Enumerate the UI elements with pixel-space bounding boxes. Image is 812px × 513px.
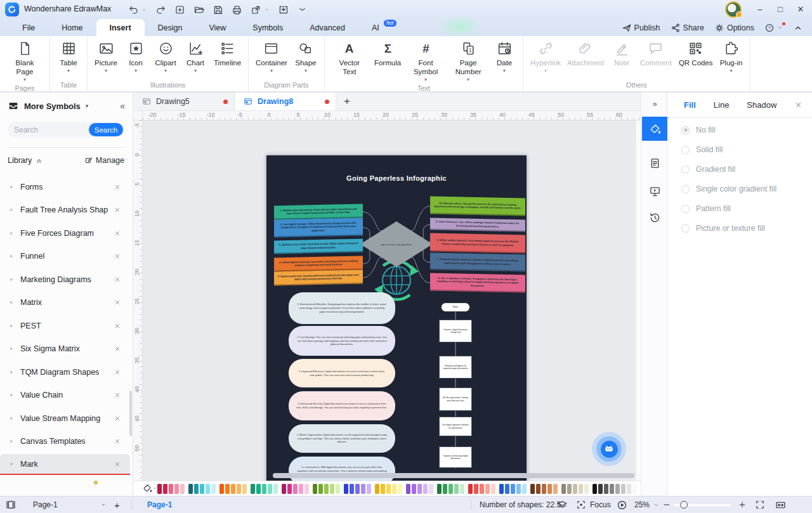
color-swatch[interactable] <box>231 484 235 494</box>
search-input[interactable] <box>8 126 84 134</box>
color-swatch[interactable] <box>499 484 504 494</box>
page-selector[interactable]: Page-1 <box>33 497 58 513</box>
search-button[interactable]: Search <box>89 123 123 136</box>
mark-symbol-thumb[interactable] <box>94 481 98 484</box>
color-swatch[interactable] <box>324 484 329 494</box>
tri-right-icon[interactable] <box>8 392 15 398</box>
color-swatch[interactable] <box>225 484 230 494</box>
avatar[interactable] <box>725 1 742 18</box>
tri-right-icon[interactable] <box>8 438 15 445</box>
ribbon-button-qr-codes[interactable]: QR Codes <box>676 39 716 68</box>
save-button[interactable] <box>211 3 224 16</box>
tri-right-icon[interactable] <box>8 323 15 329</box>
tri-right-icon[interactable] <box>8 253 15 259</box>
remove-library-icon[interactable] <box>114 230 121 237</box>
color-swatch[interactable] <box>293 484 298 494</box>
ribbon-button-blank-page[interactable]: Blank Page▾ <box>4 39 46 82</box>
menu-ai[interactable]: AIhot <box>358 19 393 36</box>
color-swatch[interactable] <box>460 484 464 494</box>
ribbon-button-timeline[interactable]: Timeline <box>211 39 244 68</box>
radio-single-color-gradient-fill[interactable] <box>681 185 690 193</box>
library-item-forms[interactable]: Forms <box>0 176 130 197</box>
canvas-horizontal-scrollbar[interactable] <box>273 473 634 478</box>
option-gradient-fill[interactable]: Gradient fill <box>681 165 735 174</box>
color-swatch[interactable] <box>417 484 422 494</box>
ribbon-button-font-symbol[interactable]: #Font Symbol▾ <box>405 39 447 82</box>
menu-advanced[interactable]: Advanced <box>296 19 358 36</box>
library-item-matrix[interactable]: Matrix <box>0 292 130 313</box>
library-item-canvas-templates[interactable]: Canvas Templates <box>0 431 130 452</box>
tri-right-icon[interactable] <box>8 230 15 237</box>
color-swatch[interactable] <box>304 484 309 494</box>
color-swatch[interactable] <box>406 484 410 494</box>
color-swatch[interactable] <box>188 484 193 494</box>
sidebar-scrollbar[interactable] <box>129 391 132 436</box>
menu-share-button[interactable]: Share <box>671 23 704 33</box>
color-swatch[interactable] <box>474 484 478 494</box>
option-single-color-gradient-fill[interactable]: Single color gradient fill <box>681 185 776 193</box>
chevron-up-button[interactable] <box>793 23 803 33</box>
color-swatch[interactable] <box>542 484 546 494</box>
color-swatch[interactable] <box>367 484 371 494</box>
layers-button[interactable] <box>557 497 568 513</box>
remove-library-icon[interactable] <box>114 368 121 376</box>
expand-panel-icon[interactable]: » <box>641 99 668 108</box>
color-swatch[interactable] <box>632 484 637 494</box>
tri-right-icon[interactable] <box>8 299 15 306</box>
color-swatch[interactable] <box>615 484 620 494</box>
page-selector-caret[interactable] <box>100 497 107 513</box>
color-swatch[interactable] <box>200 484 204 494</box>
color-swatch[interactable] <box>398 484 402 494</box>
color-swatch[interactable] <box>273 484 278 494</box>
library-item-pest[interactable]: PEST <box>0 315 130 336</box>
color-swatch[interactable] <box>194 484 199 494</box>
tab-fill[interactable]: Fill <box>684 100 696 110</box>
menu-view[interactable]: View <box>195 19 239 36</box>
library-item-tqm-diagram-shapes[interactable]: TQM Diagram Shapes <box>0 361 130 382</box>
flow-step[interactable]: Organize and backup digital documents <box>439 446 472 468</box>
color-swatch[interactable] <box>454 484 459 494</box>
color-swatch[interactable] <box>516 484 521 494</box>
remove-library-icon[interactable] <box>114 322 121 330</box>
library-item-five-forces-diagram[interactable]: Five Forces Diagram <box>0 223 130 244</box>
new-drawing-tab-button[interactable]: + <box>336 93 358 110</box>
radio-solid-fill[interactable] <box>681 146 690 154</box>
color-swatch[interactable] <box>344 484 348 494</box>
help-button[interactable]: ? <box>764 23 783 33</box>
color-swatch[interactable] <box>282 484 286 494</box>
color-swatch[interactable] <box>468 484 473 494</box>
color-swatch[interactable] <box>157 484 162 494</box>
pages-panel-toggle[interactable] <box>5 497 16 513</box>
tri-right-icon[interactable] <box>8 207 15 213</box>
menu-options-button[interactable]: Options <box>714 23 754 33</box>
library-item-mark[interactable]: Mark <box>0 454 130 475</box>
export-caret[interactable] <box>264 7 270 13</box>
color-swatch[interactable] <box>211 484 216 494</box>
library-item-value-chain[interactable]: Value Chain <box>0 385 130 406</box>
flow-step[interactable]: Choose a digital document storage tool <box>439 320 472 342</box>
color-swatch[interactable] <box>593 484 597 494</box>
ribbon-button-shape[interactable]: Shape▾ <box>291 39 320 74</box>
color-swatch[interactable] <box>579 484 583 494</box>
color-swatch[interactable] <box>480 484 484 494</box>
color-swatch[interactable] <box>361 484 365 494</box>
option-pattern-fill[interactable]: Pattern fill <box>681 204 731 213</box>
library-item-marketing-diagrams[interactable]: Marketing Diagrams <box>0 269 130 290</box>
add-page-button[interactable]: + <box>114 497 120 513</box>
radio-no-fill[interactable] <box>681 126 690 134</box>
remove-library-icon[interactable] <box>114 460 121 468</box>
remove-library-icon[interactable] <box>114 391 121 399</box>
flow-begin[interactable]: Begin <box>441 302 470 312</box>
color-swatch[interactable] <box>443 484 447 494</box>
menu-design[interactable]: Design <box>145 19 196 36</box>
color-swatch[interactable] <box>318 484 323 494</box>
menu-insert[interactable]: Insert <box>96 19 145 36</box>
library-item-fault-tree-analysis-shapes[interactable]: Fault Tree Analysis Shapes <box>0 200 130 221</box>
print-button[interactable] <box>230 3 243 16</box>
ribbon-button-chart[interactable]: Chart▾ <box>181 39 210 74</box>
color-swatch[interactable] <box>299 484 303 494</box>
color-swatch[interactable] <box>251 484 255 494</box>
color-swatch[interactable] <box>392 484 396 494</box>
tri-right-icon[interactable] <box>8 415 15 422</box>
menu-publish-button[interactable]: Publish <box>622 23 660 33</box>
